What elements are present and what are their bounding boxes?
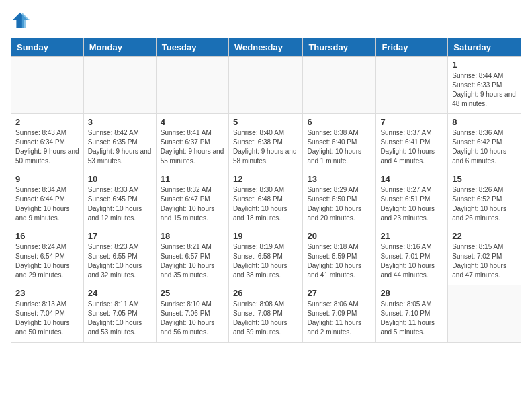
logo-icon <box>11 11 30 30</box>
logo <box>11 11 31 30</box>
calendar-cell <box>376 57 448 114</box>
calendar-cell: 15Sunrise: 8:26 AM Sunset: 6:52 PM Dayli… <box>448 171 521 228</box>
day-number: 12 <box>233 174 298 184</box>
day-info: Sunrise: 8:33 AM Sunset: 6:45 PM Dayligh… <box>88 185 152 223</box>
calendar-cell: 4Sunrise: 8:41 AM Sunset: 6:37 PM Daylig… <box>156 114 228 171</box>
day-info: Sunrise: 8:34 AM Sunset: 6:44 PM Dayligh… <box>15 185 79 223</box>
day-number: 10 <box>88 174 152 184</box>
day-info: Sunrise: 8:37 AM Sunset: 6:41 PM Dayligh… <box>380 128 443 166</box>
day-info: Sunrise: 8:13 AM Sunset: 7:04 PM Dayligh… <box>15 300 79 337</box>
day-info: Sunrise: 8:38 AM Sunset: 6:40 PM Dayligh… <box>307 128 371 166</box>
day-number: 6 <box>307 117 371 127</box>
day-info: Sunrise: 8:30 AM Sunset: 6:48 PM Dayligh… <box>233 185 298 223</box>
week-row-4: 16Sunrise: 8:24 AM Sunset: 6:54 PM Dayli… <box>11 228 521 285</box>
col-header-friday: Friday <box>376 38 448 57</box>
day-number: 1 <box>452 60 517 70</box>
col-header-wednesday: Wednesday <box>228 38 302 57</box>
week-row-3: 9Sunrise: 8:34 AM Sunset: 6:44 PM Daylig… <box>11 171 521 228</box>
calendar-cell: 26Sunrise: 8:08 AM Sunset: 7:08 PM Dayli… <box>228 285 302 342</box>
calendar-cell: 2Sunrise: 8:43 AM Sunset: 6:34 PM Daylig… <box>11 114 84 171</box>
day-info: Sunrise: 8:16 AM Sunset: 7:01 PM Dayligh… <box>380 242 443 280</box>
day-number: 8 <box>452 117 517 127</box>
page-header <box>11 11 521 30</box>
calendar-cell: 23Sunrise: 8:13 AM Sunset: 7:04 PM Dayli… <box>11 285 84 342</box>
day-info: Sunrise: 8:26 AM Sunset: 6:52 PM Dayligh… <box>452 185 517 223</box>
day-info: Sunrise: 8:08 AM Sunset: 7:08 PM Dayligh… <box>233 300 298 337</box>
day-number: 13 <box>307 174 371 184</box>
col-header-saturday: Saturday <box>448 38 521 57</box>
day-number: 24 <box>88 288 152 298</box>
calendar-cell <box>303 57 376 114</box>
col-header-sunday: Sunday <box>11 38 84 57</box>
day-number: 2 <box>15 117 79 127</box>
calendar-header-row: SundayMondayTuesdayWednesdayThursdayFrid… <box>11 38 521 57</box>
svg-marker-1 <box>22 13 30 28</box>
day-number: 9 <box>15 174 79 184</box>
day-info: Sunrise: 8:44 AM Sunset: 6:33 PM Dayligh… <box>452 71 517 109</box>
day-info: Sunrise: 8:21 AM Sunset: 6:57 PM Dayligh… <box>161 242 224 280</box>
calendar-cell: 16Sunrise: 8:24 AM Sunset: 6:54 PM Dayli… <box>11 228 84 285</box>
calendar-cell <box>448 285 521 342</box>
calendar-cell <box>228 57 302 114</box>
day-info: Sunrise: 8:41 AM Sunset: 6:37 PM Dayligh… <box>161 128 224 166</box>
day-info: Sunrise: 8:06 AM Sunset: 7:09 PM Dayligh… <box>307 300 371 337</box>
calendar-cell: 1Sunrise: 8:44 AM Sunset: 6:33 PM Daylig… <box>448 57 521 114</box>
calendar-cell: 6Sunrise: 8:38 AM Sunset: 6:40 PM Daylig… <box>303 114 376 171</box>
calendar-cell <box>83 57 156 114</box>
calendar-cell: 14Sunrise: 8:27 AM Sunset: 6:51 PM Dayli… <box>376 171 448 228</box>
calendar-cell <box>11 57 84 114</box>
calendar-cell: 13Sunrise: 8:29 AM Sunset: 6:50 PM Dayli… <box>303 171 376 228</box>
day-info: Sunrise: 8:18 AM Sunset: 6:59 PM Dayligh… <box>307 242 371 280</box>
day-number: 15 <box>452 174 517 184</box>
day-number: 22 <box>452 231 517 241</box>
day-number: 3 <box>88 117 152 127</box>
day-number: 17 <box>88 231 152 241</box>
calendar-cell: 9Sunrise: 8:34 AM Sunset: 6:44 PM Daylig… <box>11 171 84 228</box>
week-row-5: 23Sunrise: 8:13 AM Sunset: 7:04 PM Dayli… <box>11 285 521 342</box>
day-number: 11 <box>161 174 224 184</box>
day-info: Sunrise: 8:19 AM Sunset: 6:58 PM Dayligh… <box>233 242 298 280</box>
day-number: 4 <box>161 117 224 127</box>
calendar-cell: 18Sunrise: 8:21 AM Sunset: 6:57 PM Dayli… <box>156 228 228 285</box>
calendar-cell: 12Sunrise: 8:30 AM Sunset: 6:48 PM Dayli… <box>228 171 302 228</box>
day-info: Sunrise: 8:29 AM Sunset: 6:50 PM Dayligh… <box>307 185 371 223</box>
calendar-cell: 7Sunrise: 8:37 AM Sunset: 6:41 PM Daylig… <box>376 114 448 171</box>
day-number: 18 <box>161 231 224 241</box>
day-number: 19 <box>233 231 298 241</box>
calendar-cell: 22Sunrise: 8:15 AM Sunset: 7:02 PM Dayli… <box>448 228 521 285</box>
day-number: 5 <box>233 117 298 127</box>
day-number: 25 <box>161 288 224 298</box>
day-number: 27 <box>307 288 371 298</box>
day-number: 23 <box>15 288 79 298</box>
day-number: 21 <box>380 231 443 241</box>
day-info: Sunrise: 8:36 AM Sunset: 6:42 PM Dayligh… <box>452 128 517 166</box>
day-number: 16 <box>15 231 79 241</box>
day-number: 7 <box>380 117 443 127</box>
calendar-cell: 5Sunrise: 8:40 AM Sunset: 6:38 PM Daylig… <box>228 114 302 171</box>
col-header-thursday: Thursday <box>303 38 376 57</box>
day-info: Sunrise: 8:27 AM Sunset: 6:51 PM Dayligh… <box>380 185 443 223</box>
day-info: Sunrise: 8:10 AM Sunset: 7:06 PM Dayligh… <box>161 300 224 337</box>
calendar-cell: 11Sunrise: 8:32 AM Sunset: 6:47 PM Dayli… <box>156 171 228 228</box>
calendar-cell: 28Sunrise: 8:05 AM Sunset: 7:10 PM Dayli… <box>376 285 448 342</box>
day-info: Sunrise: 8:05 AM Sunset: 7:10 PM Dayligh… <box>380 300 443 337</box>
col-header-tuesday: Tuesday <box>156 38 228 57</box>
day-info: Sunrise: 8:43 AM Sunset: 6:34 PM Dayligh… <box>15 128 79 166</box>
calendar-cell: 20Sunrise: 8:18 AM Sunset: 6:59 PM Dayli… <box>303 228 376 285</box>
day-info: Sunrise: 8:42 AM Sunset: 6:35 PM Dayligh… <box>88 128 152 166</box>
week-row-2: 2Sunrise: 8:43 AM Sunset: 6:34 PM Daylig… <box>11 114 521 171</box>
day-info: Sunrise: 8:32 AM Sunset: 6:47 PM Dayligh… <box>161 185 224 223</box>
calendar-cell <box>156 57 228 114</box>
calendar-table: SundayMondayTuesdayWednesdayThursdayFrid… <box>11 38 521 342</box>
calendar-cell: 24Sunrise: 8:11 AM Sunset: 7:05 PM Dayli… <box>83 285 156 342</box>
col-header-monday: Monday <box>83 38 156 57</box>
calendar-cell: 19Sunrise: 8:19 AM Sunset: 6:58 PM Dayli… <box>228 228 302 285</box>
day-number: 26 <box>233 288 298 298</box>
week-row-1: 1Sunrise: 8:44 AM Sunset: 6:33 PM Daylig… <box>11 57 521 114</box>
calendar-cell: 21Sunrise: 8:16 AM Sunset: 7:01 PM Dayli… <box>376 228 448 285</box>
day-number: 20 <box>307 231 371 241</box>
calendar-cell: 10Sunrise: 8:33 AM Sunset: 6:45 PM Dayli… <box>83 171 156 228</box>
calendar-cell: 25Sunrise: 8:10 AM Sunset: 7:06 PM Dayli… <box>156 285 228 342</box>
calendar-cell: 27Sunrise: 8:06 AM Sunset: 7:09 PM Dayli… <box>303 285 376 342</box>
day-number: 28 <box>380 288 443 298</box>
